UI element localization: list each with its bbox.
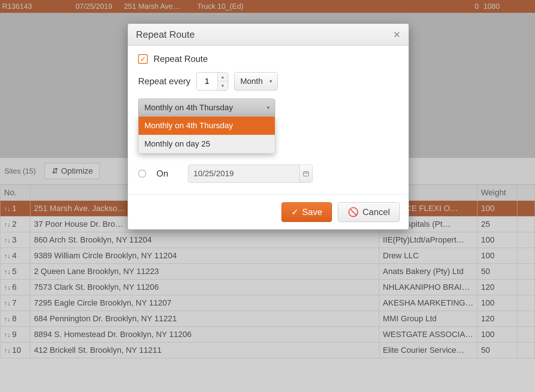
cancel-button[interactable]: 🚫 Cancel: [338, 202, 400, 222]
pattern-dropdown: Monthly on 4th Thursday Monthly on day 2…: [138, 116, 275, 154]
step-up-icon[interactable]: ▲: [218, 73, 228, 81]
repeat-route-checkbox[interactable]: ✓: [138, 54, 148, 64]
chevron-down-icon: ▼: [266, 105, 270, 110]
pattern-select[interactable]: Monthly on 4th Thursday ▼: [138, 99, 275, 117]
modal-footer: ✓ Save 🚫 Cancel: [128, 195, 409, 229]
on-date-field[interactable]: [188, 164, 313, 183]
on-date-label: On: [156, 169, 182, 179]
cancel-label: Cancel: [362, 207, 390, 217]
repeat-count-input[interactable]: [197, 73, 217, 90]
cancel-icon: 🚫: [348, 207, 359, 217]
calendar-icon[interactable]: [299, 165, 312, 182]
repeat-every-label: Repeat every: [138, 76, 191, 86]
unit-select-value: Month: [240, 77, 263, 86]
close-icon[interactable]: ✕: [393, 30, 401, 40]
repeat-route-checkbox-label: Repeat Route: [154, 54, 208, 64]
on-date-input[interactable]: [188, 169, 299, 178]
on-date-radio[interactable]: [138, 170, 146, 178]
save-label: Save: [302, 207, 322, 217]
pattern-option[interactable]: Monthly on 4th Thursday: [139, 117, 275, 135]
pattern-option[interactable]: Monthly on day 25: [139, 135, 275, 153]
save-button[interactable]: ✓ Save: [281, 202, 332, 222]
chevron-down-icon: ▼: [269, 79, 273, 84]
step-down-icon[interactable]: ▼: [218, 81, 228, 90]
unit-select[interactable]: Month ▼: [234, 72, 278, 90]
check-icon: ✓: [291, 207, 299, 217]
pattern-select-value: Monthly on 4th Thursday: [144, 103, 233, 112]
repeat-count-stepper[interactable]: ▲ ▼: [196, 72, 228, 90]
modal-title: Repeat Route: [136, 29, 195, 40]
repeat-route-modal: Repeat Route ✕ ✓ Repeat Route Repeat eve…: [128, 23, 409, 230]
svg-rect-0: [303, 172, 309, 176]
modal-header: Repeat Route ✕: [128, 24, 409, 46]
